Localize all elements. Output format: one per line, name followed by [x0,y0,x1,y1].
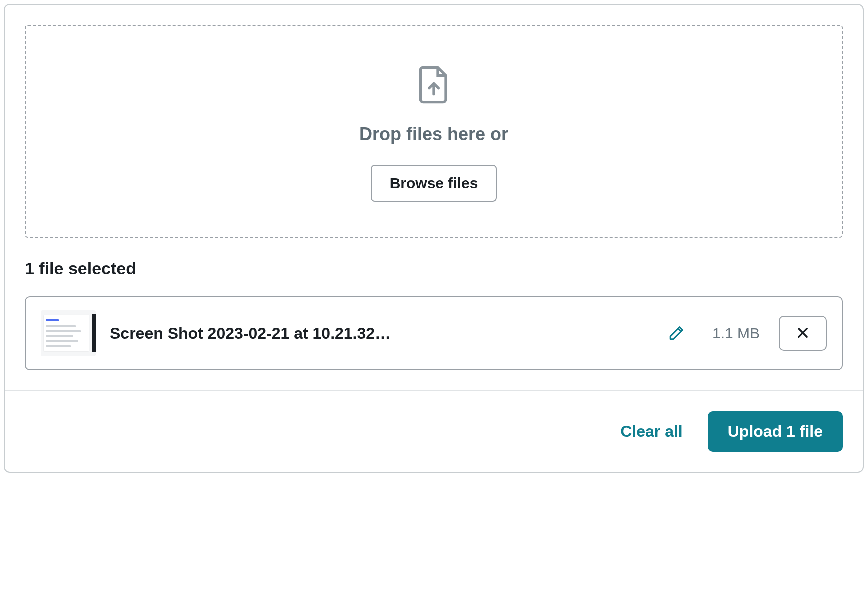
remove-file-button[interactable] [779,316,827,351]
pencil-icon [668,336,686,343]
file-name: Screen Shot 2023-02-21 at 10.21.32… [110,324,652,343]
file-thumbnail [41,310,96,356]
dropzone[interactable]: Drop files here or Browse files [25,25,843,238]
file-size: 1.1 MB [712,325,760,342]
footer-actions: Clear all Upload 1 file [25,392,843,452]
browse-files-button[interactable]: Browse files [371,165,498,202]
edit-file-button[interactable] [666,322,688,346]
selected-files-heading: 1 file selected [25,259,843,278]
close-icon [796,326,810,342]
dropzone-prompt: Drop files here or [360,124,508,145]
file-row: Screen Shot 2023-02-21 at 10.21.32… 1.1 … [25,296,843,370]
upload-button[interactable]: Upload 1 file [708,412,843,452]
upload-file-icon [418,66,450,104]
clear-all-button[interactable]: Clear all [620,422,683,441]
uploader-panel: Drop files here or Browse files 1 file s… [4,4,864,473]
